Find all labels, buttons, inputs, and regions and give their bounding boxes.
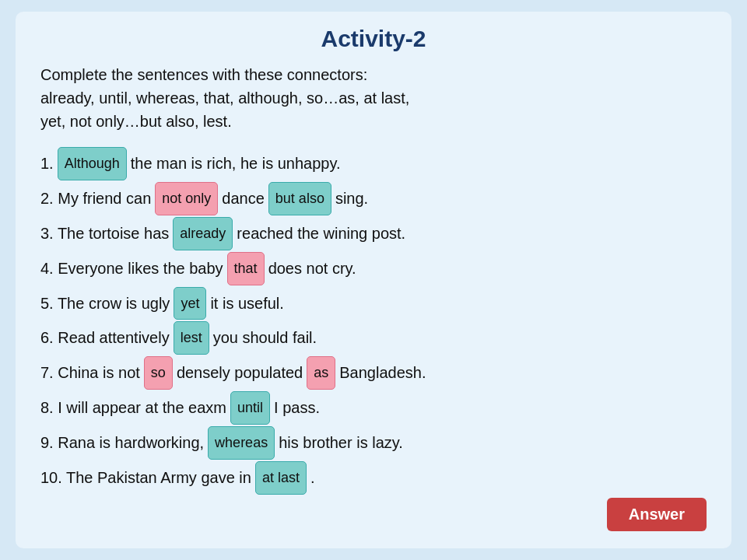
activity-card: Activity-2 Complete the sentences with t… bbox=[16, 12, 731, 548]
sentences-container: 1. Although the man is rich, he is unhap… bbox=[40, 147, 707, 495]
sentence-text: 2. My friend can bbox=[40, 183, 151, 215]
sentence-text: 6. Read attentively bbox=[40, 322, 170, 354]
sentence-7: 7. China is not so densely populated as … bbox=[40, 356, 707, 390]
sentence-text: . bbox=[310, 462, 315, 494]
sentence-1: 1. Although the man is rich, he is unhap… bbox=[40, 147, 707, 180]
connector-lest: lest bbox=[174, 321, 209, 355]
connector-as: as bbox=[307, 356, 335, 390]
sentence-text: 3. The tortoise has bbox=[40, 218, 169, 250]
answer-button[interactable]: Answer bbox=[607, 498, 707, 531]
connector-yet: yet bbox=[174, 287, 206, 320]
sentence-2: 2. My friend can not only dance but also… bbox=[40, 182, 707, 215]
sentence-text: dance bbox=[222, 183, 265, 215]
sentence-text: his brother is lazy. bbox=[279, 427, 403, 459]
sentence-text: 5. The crow is ugly bbox=[40, 288, 170, 320]
sentence-text: Bangladesh. bbox=[339, 357, 426, 389]
page-title: Activity-2 bbox=[40, 26, 707, 52]
sentence-10: 10. The Pakistan Army gave in at last. bbox=[40, 461, 707, 495]
sentence-text: 1. bbox=[40, 148, 54, 180]
sentence-5: 5. The crow is ugly yet it is useful. bbox=[40, 287, 707, 320]
sentence-text: reached the wining post. bbox=[237, 218, 405, 250]
sentence-text: 8. I will appear at the eaxm bbox=[40, 392, 226, 424]
sentence-text: 4. Everyone likes the baby bbox=[40, 253, 223, 285]
connector-whereas: whereas bbox=[208, 426, 275, 460]
sentence-text: 7. China is not bbox=[40, 357, 140, 389]
sentence-text: the man is rich, he is unhappy. bbox=[131, 148, 341, 180]
connector-already: already bbox=[173, 217, 233, 250]
sentence-text: 9. Rana is hardworking, bbox=[40, 427, 204, 459]
sentence-6: 6. Read attentively lest you should fail… bbox=[40, 321, 707, 355]
sentence-8: 8. I will appear at the eaxm until I pas… bbox=[40, 391, 707, 425]
connector-although: Although bbox=[58, 147, 127, 180]
sentence-text: 10. The Pakistan Army gave in bbox=[40, 462, 251, 494]
connector-that: that bbox=[227, 252, 265, 285]
sentence-9: 9. Rana is hardworking, whereas his brot… bbox=[40, 426, 707, 460]
sentence-text: does not cry. bbox=[268, 253, 356, 285]
instructions: Complete the sentences with these connec… bbox=[40, 63, 707, 133]
sentence-text: I pass. bbox=[274, 392, 320, 424]
connector-at-last: at last bbox=[255, 461, 307, 495]
sentence-text: it is useful. bbox=[210, 288, 283, 320]
sentence-3: 3. The tortoise has already reached the … bbox=[40, 217, 707, 250]
connector-so: so bbox=[144, 356, 173, 390]
connector-until: until bbox=[230, 391, 270, 425]
connector-not-only: not only bbox=[155, 182, 218, 215]
sentence-text: sing. bbox=[335, 183, 368, 215]
sentence-4: 4. Everyone likes the baby that does not… bbox=[40, 252, 707, 285]
sentence-text: you should fail. bbox=[213, 322, 317, 354]
connector-but-also: but also bbox=[268, 182, 331, 215]
sentence-text: densely populated bbox=[177, 357, 303, 389]
